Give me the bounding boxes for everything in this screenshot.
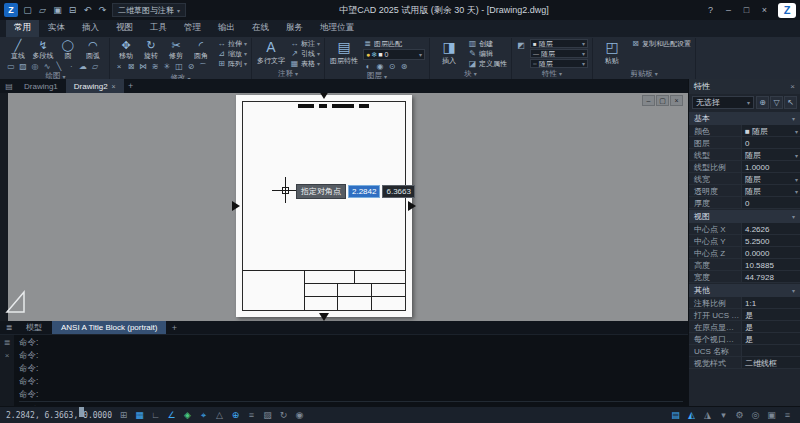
stretch-button[interactable]: ↔ 拉伸 [217, 39, 247, 48]
panel-label-properties[interactable]: 特性 [516, 68, 588, 79]
doc-close-button[interactable]: × [670, 95, 683, 106]
clean-screen-icon[interactable]: ▣ [765, 409, 778, 422]
panel-label-annotate[interactable]: 注释 [256, 68, 320, 79]
new-layout-button[interactable]: + [167, 321, 181, 334]
arc-button[interactable]: ◠ 圆弧 [81, 39, 105, 61]
annotation-visibility-icon[interactable]: ◭ [685, 409, 698, 422]
workspace-switch-icon[interactable]: ⚙ [733, 409, 746, 422]
rotate-button[interactable]: ↻ 旋转 [139, 39, 163, 61]
object-snap-tracking-toggle[interactable]: ⌖ [197, 409, 210, 422]
ribbon-tab[interactable]: 服务 [278, 20, 311, 37]
panel-label-blocks[interactable]: 块 [434, 68, 507, 79]
layer-off-icon[interactable]: ◉ [375, 62, 385, 71]
save-icon[interactable]: ▣ [51, 3, 64, 17]
close-button[interactable]: × [756, 3, 773, 18]
mirror-icon[interactable]: ⋈ [138, 62, 148, 73]
move-button[interactable]: ✥ 移动 [114, 39, 138, 61]
dynamic-input-toggle[interactable]: ⊕ [229, 409, 242, 422]
trim-button[interactable]: ✂ 修剪 [164, 39, 188, 61]
break-icon[interactable]: ◫ [174, 62, 184, 73]
copy-icon[interactable]: ⊠ [126, 62, 136, 73]
array-button[interactable]: ⊞ 阵列 [217, 59, 247, 68]
help-button[interactable]: ? [702, 3, 719, 18]
paste-button[interactable]: ◰ 粘贴 [597, 39, 627, 66]
workspace-selector[interactable]: 二维草图与注释 [112, 3, 186, 17]
layer-freeze-all-icon[interactable]: ⊙ [387, 62, 397, 71]
match-properties-icon[interactable]: ◩ [516, 41, 526, 50]
chamfer-icon[interactable]: ⌒ [198, 62, 208, 73]
ribbon-tab[interactable]: 管理 [176, 20, 209, 37]
lineweight-toggle[interactable]: ≡ [245, 409, 258, 422]
scale-button[interactable]: ⊿ 缩放 [217, 49, 247, 58]
polar-tracking-toggle[interactable]: ∠ [165, 409, 178, 422]
erase-icon[interactable]: × [114, 62, 124, 73]
panel-close-icon[interactable]: × [790, 82, 795, 91]
selection-type-combo[interactable]: 无选择 [692, 96, 754, 109]
dynamic-ucs-toggle[interactable]: △ [213, 409, 226, 422]
object-color-combo[interactable]: ■ 随层 [530, 39, 588, 48]
create-block-button[interactable]: ▥ 创建 [468, 39, 507, 48]
dynamic-input-x-field[interactable]: 2.2842 [348, 185, 380, 198]
paper-space-icon[interactable]: ▤ [669, 409, 682, 422]
drawing-canvas[interactable]: 指定对角点 2.2842 6.3663 – ▢ × [0, 93, 688, 321]
new-drawing-tab-button[interactable]: + [124, 79, 138, 93]
app-logo-icon[interactable]: Z [4, 3, 18, 17]
table-button[interactable]: ▦ 表格 [290, 59, 320, 68]
layer-isolate-icon[interactable]: ◐ [363, 62, 373, 71]
object-snap-toggle[interactable]: ◈ [181, 409, 194, 422]
section-header-other[interactable]: 其他 [689, 284, 800, 297]
snap-toggle[interactable]: ⊞ [117, 409, 130, 422]
point-icon[interactable]: ∙ [66, 62, 76, 71]
hatch-icon[interactable]: ▨ [18, 62, 28, 71]
offset-icon[interactable]: ≋ [150, 62, 160, 73]
lineweight-combo[interactable]: — 随层 [530, 49, 588, 58]
file-tabs-menu-icon[interactable]: ▤ [2, 79, 16, 93]
quick-select-icon[interactable]: ▽ [770, 96, 783, 109]
rectangle-icon[interactable]: ▭ [6, 62, 16, 71]
grid-toggle[interactable]: ▦ [133, 409, 146, 422]
ellipse-icon[interactable]: ◎ [30, 62, 40, 71]
dimension-button[interactable]: ↔ 标注 [290, 39, 320, 48]
layer-combo[interactable]: ●❄■ 0 [363, 49, 425, 60]
ribbon-tab[interactable]: 输出 [210, 20, 243, 37]
region-icon[interactable]: ▱ [90, 62, 100, 71]
open-file-icon[interactable]: ▱ [36, 3, 49, 17]
ribbon-tab[interactable]: 工具 [142, 20, 175, 37]
leader-button[interactable]: ↗ 引线 [290, 49, 320, 58]
annotation-autoscale-icon[interactable]: ◮ [701, 409, 714, 422]
section-header-view[interactable]: 视图 [689, 210, 800, 223]
transparency-toggle[interactable]: ▨ [261, 409, 274, 422]
command-menu-icon[interactable]: ≣ [4, 338, 11, 347]
circle-button[interactable]: ◯ 圆 [56, 39, 80, 61]
pickadd-toggle-icon[interactable]: ⊕ [756, 96, 769, 109]
layer-properties-button[interactable]: ▤ 图层特性 [329, 39, 359, 66]
revision-cloud-icon[interactable]: ☁ [78, 62, 88, 71]
fillet-button[interactable]: ◜ 圆角 [189, 39, 213, 61]
ribbon-tab[interactable]: 常用 [6, 20, 39, 37]
dynamic-input-y-field[interactable]: 6.3663 [382, 185, 414, 198]
copy-and-match-settings-button[interactable]: ⊠ 复制和匹配设置 [631, 39, 691, 48]
panel-label-clipboard[interactable]: 剪贴板 [597, 68, 691, 79]
ribbon-tab[interactable]: 实体 [40, 20, 73, 37]
select-objects-icon[interactable]: ↖ [784, 96, 797, 109]
layout-tab-ansi-a[interactable]: ANSI A Title Block (portrait) [52, 321, 166, 334]
annotation-scale-list-icon[interactable]: ▾ [717, 409, 730, 422]
layout-tab-model[interactable]: 模型 [17, 321, 51, 334]
redo-icon[interactable]: ↷ [96, 3, 109, 17]
maximize-button[interactable]: □ [738, 3, 755, 18]
minimize-button[interactable]: – [720, 3, 737, 18]
command-close-icon[interactable]: × [5, 351, 10, 360]
layer-lock-icon[interactable]: ⊛ [399, 62, 409, 71]
doc-minimize-button[interactable]: – [642, 95, 655, 106]
new-file-icon[interactable]: ▢ [21, 3, 34, 17]
construction-line-icon[interactable]: ╲ [54, 62, 64, 71]
selection-cycling-toggle[interactable]: ↻ [277, 409, 290, 422]
join-icon[interactable]: ⊘ [186, 62, 196, 73]
polyline-button[interactable]: ↯ 多段线 [31, 39, 55, 61]
line-button[interactable]: ╱ 直线 [6, 39, 30, 61]
coordinate-display[interactable]: 2.2842, 6.3663, 0.0000 [6, 411, 112, 420]
insert-block-button[interactable]: ◨ 插入 [434, 39, 464, 66]
ribbon-tab[interactable]: 地理位置 [312, 20, 362, 37]
isolate-objects-icon[interactable]: ◎ [749, 409, 762, 422]
linetype-combo[interactable]: ┄ 随层 [530, 59, 588, 68]
